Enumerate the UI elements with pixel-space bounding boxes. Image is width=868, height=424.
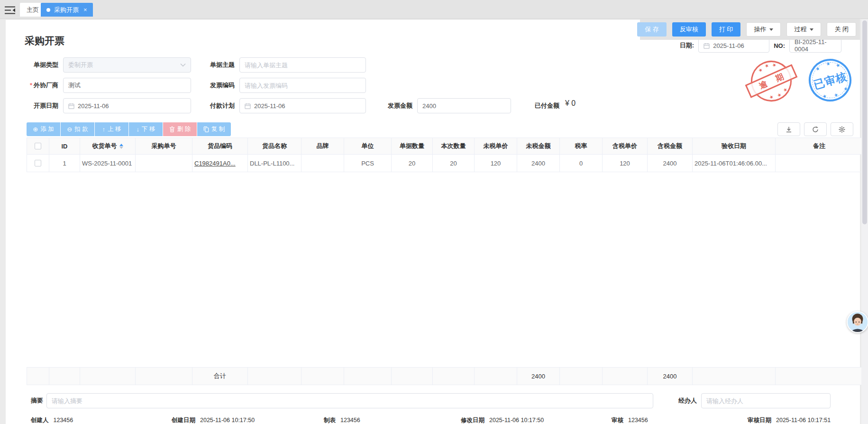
tab-purchase-invoicing-label: 采购开票 [54, 6, 79, 14]
row-checkbox[interactable] [35, 160, 41, 166]
copy-icon [203, 126, 209, 132]
invoice-amount-input[interactable] [422, 102, 506, 110]
delete-row-button[interactable]: 删 除 [163, 122, 197, 136]
col-header-untaxed-amount: 未税金额 [517, 138, 560, 155]
tab-close-icon[interactable]: × [83, 6, 87, 13]
overdue-stamp: ★ ★ ★ ★ ★ ★ 逾 期 [744, 54, 798, 108]
add-row-button[interactable]: ⊕ 添 加 [27, 122, 60, 136]
handler-label: 经办人 [678, 393, 697, 408]
item-code-link[interactable]: C1982491A0... [194, 160, 236, 167]
unaudit-button[interactable]: 反审核 [672, 22, 706, 37]
doc-no-input[interactable]: BI-2025-11-0004 [789, 38, 841, 53]
paid-amount-label: 已付金额 [507, 98, 559, 113]
export-button[interactable] [777, 122, 800, 136]
col-header-po-no: 采购单号 [136, 138, 192, 155]
circle-minus-icon: ⊖ [67, 126, 72, 132]
sort-icon[interactable] [119, 144, 123, 149]
star-icon: ★ [758, 67, 764, 74]
close-button[interactable]: 关 闭 [827, 22, 856, 37]
audited-stamp: ★ ★ ★ ★ ★ ★ 已审核 [804, 54, 856, 106]
avatar-illustration [848, 312, 868, 332]
star-icon: ★ [771, 62, 777, 68]
total-untaxed-amount: 2400 [517, 368, 560, 385]
deduct-button[interactable]: ⊖ 扣 款 [61, 122, 94, 136]
doc-number-row: 日期: 2025-11-06 NO: BI-2025-11-0004 [680, 38, 841, 53]
audit-info-row: 创建人123456 创建日期2025-11-06 10:17:50 制表1234… [6, 416, 860, 424]
payment-plan-picker[interactable]: 2025-11-06 [239, 98, 366, 113]
row-untaxed-amount: 2400 [517, 155, 560, 172]
refresh-icon [812, 126, 819, 133]
row-select-cell [27, 155, 49, 172]
row-item-name: DLL-PL-L1100... [248, 155, 302, 172]
creator-info: 创建人123456 [31, 416, 73, 424]
vendor-input[interactable] [68, 82, 186, 89]
refresh-button[interactable] [804, 122, 827, 136]
doc-date-input[interactable]: 2025-11-06 [698, 38, 769, 53]
process-dropdown-button[interactable]: 过程 [786, 22, 821, 37]
row-untaxed-price: 120 [475, 155, 517, 172]
star-icon: ★ [768, 94, 775, 101]
tab-home-label: 主页 [27, 6, 39, 14]
col-header-item-code: 货品编码 [192, 138, 248, 155]
column-settings-button[interactable] [831, 122, 853, 136]
grid-toolbar: ⊕ 添 加 ⊖ 扣 款 ↑ 上 移 ↓ 下 移 删 除 复 制 [27, 122, 231, 136]
move-up-button[interactable]: ↑ 上 移 [95, 122, 128, 136]
summary-field [46, 393, 653, 408]
form-row-2: *外协厂商 发票编码 [6, 78, 669, 93]
row-id: 1 [49, 155, 80, 172]
star-icon: ★ [822, 93, 828, 99]
col-header-select [27, 138, 49, 155]
trash-icon [169, 126, 175, 132]
operate-dropdown-button[interactable]: 操作 [746, 22, 781, 37]
move-down-button[interactable]: ↓ 下 移 [129, 122, 163, 136]
invoice-date-picker[interactable]: 2025-11-06 [63, 98, 191, 113]
save-button[interactable]: 保 存 [637, 22, 667, 37]
calendar-icon [245, 103, 251, 109]
col-header-taxed-price: 含税单价 [603, 138, 648, 155]
calendar-icon [68, 103, 74, 109]
circle-plus-icon: ⊕ [33, 126, 38, 132]
handler-field [701, 393, 831, 408]
document-panel: 采购开票 日期: 2025-11-06 NO: BI-2025-11-0004 … [6, 20, 860, 424]
summary-input[interactable] [52, 397, 648, 405]
doc-type-value: 委制开票 [68, 61, 93, 69]
invoice-date-label: 开票日期 [6, 98, 58, 113]
chevron-down-icon [769, 28, 773, 31]
line-items-grid: ID 收货单号 采购单号 货品编码 货品名称 品牌 单位 单据数量 本次数量 未… [27, 138, 863, 385]
subject-input[interactable] [245, 62, 361, 69]
row-accept-date: 2025-11-06T01:46:06.00... [693, 155, 776, 172]
grid-header-row: ID 收货单号 采购单号 货品编码 货品名称 品牌 单位 单据数量 本次数量 未… [27, 138, 863, 155]
doc-no-value: BI-2025-11-0004 [795, 38, 836, 53]
star-icon: ★ [835, 62, 841, 68]
required-asterisk: * [30, 82, 32, 89]
print-button[interactable]: 打 印 [712, 22, 741, 37]
invoice-amount-label: 发票金额 [359, 98, 412, 113]
select-all-checkbox[interactable] [35, 143, 41, 149]
invoice-date-value: 2025-11-06 [78, 102, 109, 110]
assistant-avatar[interactable] [847, 311, 868, 333]
tab-purchase-invoicing[interactable]: 采购开票 × [41, 3, 93, 17]
handler-input[interactable] [706, 397, 825, 405]
star-icon: ★ [764, 63, 770, 69]
overdue-stamp-text: 逾 期 [745, 64, 798, 98]
form-row-1: 单据类型 委制开票 单据主题 [6, 57, 669, 73]
date-label: 日期: [680, 41, 694, 50]
summary-row: 摘要 经办人 [6, 393, 860, 408]
copy-row-button[interactable]: 复 制 [197, 122, 231, 136]
vendor-field [63, 78, 191, 93]
arrow-down-icon: ↓ [137, 126, 140, 132]
vertical-scrollbar[interactable] [861, 19, 868, 424]
col-header-receipt-no[interactable]: 收货单号 [80, 138, 136, 155]
menu-fold-icon[interactable] [3, 4, 17, 16]
scrollbar-thumb[interactable] [862, 20, 867, 224]
summary-label: 摘要 [31, 393, 43, 408]
star-icon: ★ [825, 61, 831, 67]
action-button-strip: 保 存 反审核 打 印 操作 过程 关 闭 [640, 19, 860, 40]
doc-date-value: 2025-11-06 [713, 42, 744, 49]
col-header-untaxed-price: 未税单价 [475, 138, 517, 155]
invoice-code-input[interactable] [245, 82, 361, 89]
grid-total-row: 合计 2400 2400 [27, 368, 863, 385]
modify-date-info: 修改日期2025-11-06 10:17:50 [461, 416, 544, 424]
row-doc-qty: 20 [392, 155, 433, 172]
doc-type-select: 委制开票 [63, 57, 191, 73]
